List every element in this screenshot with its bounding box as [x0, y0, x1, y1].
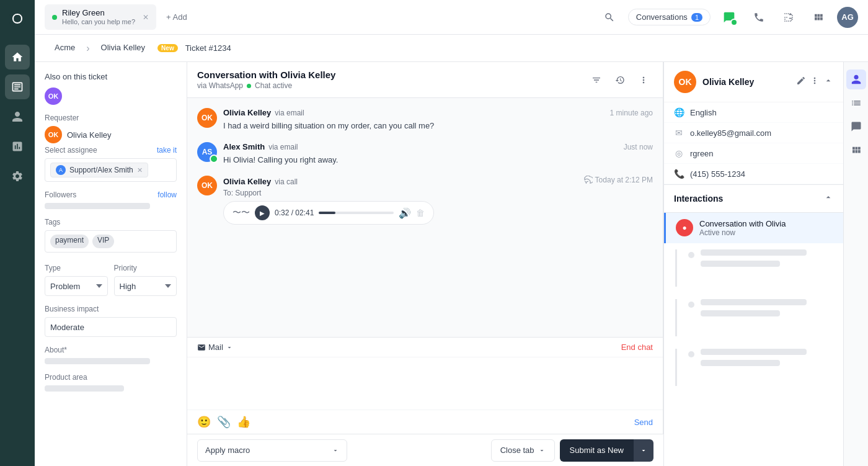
more-options-icon-button[interactable]	[634, 71, 653, 89]
add-button[interactable]: + Add	[159, 9, 195, 25]
tab-status-dot	[52, 15, 57, 20]
grid-icon-button[interactable]	[807, 6, 830, 29]
email-icon: ✉	[674, 128, 684, 138]
take-it-link[interactable]: take it	[157, 146, 177, 155]
priority-select[interactable]: High Low Normal Urgent	[114, 276, 177, 296]
tab-subtitle: Hello, can you help me?	[62, 18, 135, 26]
history-icon-button[interactable]	[611, 71, 629, 89]
end-chat-button[interactable]: End chat	[621, 343, 653, 352]
requester-avatar: OK	[45, 126, 62, 143]
msg-via-1: via email	[275, 109, 304, 117]
followers-label: Followers	[45, 190, 76, 199]
requester-row: OK Olivia Kelley	[45, 126, 177, 143]
conversations-count: 1	[691, 13, 702, 22]
tab-name: Riley Green	[62, 8, 135, 18]
audio-progress-fill	[319, 212, 335, 214]
thumbsup-button[interactable]: 👍	[237, 415, 250, 429]
add-label: + Add	[166, 12, 187, 22]
reply-input[interactable]	[187, 357, 663, 407]
interaction-title: Conversation with Olivia	[699, 219, 786, 228]
channel-label: Mail	[208, 343, 223, 352]
customer-language-item: 🌐 English	[664, 102, 843, 123]
assignee-remove-icon[interactable]: ✕	[137, 166, 143, 174]
left-panel: Also on this ticket OK Requester OK Oliv…	[35, 62, 187, 466]
tag-vip: VIP	[92, 235, 114, 248]
breadcrumb-olivia[interactable]: Olivia Kelley	[91, 38, 156, 58]
follow-link[interactable]: follow	[157, 190, 177, 199]
collapse-interactions-icon[interactable]	[823, 192, 833, 205]
search-button[interactable]	[598, 6, 621, 29]
submit-button[interactable]: Submit as New	[560, 439, 634, 462]
sidebar-icon-tickets[interactable]	[5, 74, 30, 99]
widget-icon-button[interactable]	[777, 6, 800, 29]
breadcrumb-bar: Acme › Olivia Kelley New Ticket #1234	[35, 35, 868, 62]
customer-phone: (415) 555-1234	[690, 169, 745, 179]
type-label: Type	[45, 264, 108, 272]
msg-avatar-olivia-2: OK	[197, 176, 217, 195]
top-bar-icons: Conversations 1 AG	[598, 6, 858, 29]
apply-macro-label: Apply macro	[205, 446, 250, 455]
user-avatar-button[interactable]: AG	[837, 7, 858, 28]
breadcrumb-acme[interactable]: Acme	[45, 38, 85, 58]
msg-avatar-alex: AS	[197, 142, 217, 162]
play-button[interactable]: ▶	[255, 205, 270, 220]
skeleton-dot-3	[688, 351, 694, 357]
assignee-tag-avatar: A	[56, 165, 66, 175]
chat-messages: OK Olivia Kelley via email 1 minute ago …	[187, 98, 663, 337]
sidebar-nav	[0, 0, 35, 466]
emoji-button[interactable]: 🙂	[197, 415, 211, 429]
message-2: AS Alex Smith via email Just now	[197, 142, 653, 166]
sidebar-icon-reports[interactable]	[5, 134, 30, 159]
audio-player: 〜〜 ▶ 0:32 / 02:41 🔊 🗑	[223, 201, 434, 225]
right-sidebar-grid-icon[interactable]	[846, 140, 866, 160]
edit-customer-icon[interactable]	[796, 76, 806, 88]
msg-name-3: Olivia Kelley	[223, 177, 271, 186]
sidebar-icon-settings[interactable]	[5, 164, 30, 189]
right-sidebar-user-icon[interactable]	[846, 69, 866, 89]
about-label: About*	[45, 346, 177, 354]
chat-via: via WhatsApp	[197, 81, 243, 90]
agent-status-indicator	[210, 155, 218, 163]
also-on-ticket-label: Also on this ticket	[45, 72, 177, 81]
interaction-item-active[interactable]: ● Conversation with Olivia Active now	[664, 213, 843, 243]
chat-title: Conversation with Olivia Kelley	[197, 69, 335, 80]
msg-text-2: Hi Olivia! Calling you right away.	[223, 154, 653, 166]
filter-icon-button[interactable]	[587, 71, 606, 89]
collapse-customer-icon[interactable]	[823, 76, 833, 88]
attachment-button[interactable]: 📎	[217, 415, 231, 429]
more-customer-icon[interactable]	[810, 76, 820, 88]
audio-progress-bar[interactable]	[319, 212, 394, 214]
customer-username: rgreen	[690, 149, 714, 158]
chat-icon-button[interactable]	[718, 6, 740, 29]
submit-dropdown-button[interactable]	[634, 439, 653, 462]
channel-select[interactable]: Mail	[197, 343, 233, 352]
customer-email: o.kelley85@gmail.com	[690, 128, 771, 138]
sidebar-icon-home[interactable]	[5, 45, 30, 69]
right-sidebar-chat-icon[interactable]	[846, 117, 866, 137]
tag-payment: payment	[50, 235, 89, 248]
right-sidebar	[843, 62, 868, 466]
active-tab[interactable]: Riley Green Hello, can you help me? ✕	[45, 4, 156, 30]
customer-username-item: ◎ rgreen	[664, 143, 843, 164]
type-select[interactable]: Problem Incident Question Task	[45, 276, 108, 296]
business-impact-label: Business impact	[45, 305, 177, 313]
requester-label: Requester	[45, 114, 177, 122]
tab-close-icon[interactable]: ✕	[143, 13, 149, 22]
close-tab-button[interactable]: Close tab	[491, 439, 555, 462]
phone-icon-button[interactable]	[748, 6, 770, 29]
message-1: OK Olivia Kelley via email 1 minute ago …	[197, 108, 653, 132]
zendesk-logo[interactable]	[6, 7, 29, 30]
svg-point-0	[9, 10, 26, 27]
apply-macro-select[interactable]: Apply macro	[197, 439, 347, 462]
right-panel: OK Olivia Kelley	[663, 62, 843, 466]
msg-text-1: I had a weird billing situation on my or…	[223, 120, 653, 132]
send-button[interactable]: Send	[634, 418, 653, 427]
conversations-badge[interactable]: Conversations 1	[628, 9, 711, 25]
reply-toolbar: Mail End chat	[187, 338, 663, 357]
delete-audio-icon[interactable]: 🗑	[416, 208, 425, 218]
business-impact-input[interactable]	[45, 317, 177, 337]
volume-icon[interactable]: 🔊	[399, 207, 411, 219]
interaction-line-2	[675, 299, 677, 336]
sidebar-icon-contacts[interactable]	[5, 104, 30, 129]
right-sidebar-list-icon[interactable]	[846, 93, 866, 113]
